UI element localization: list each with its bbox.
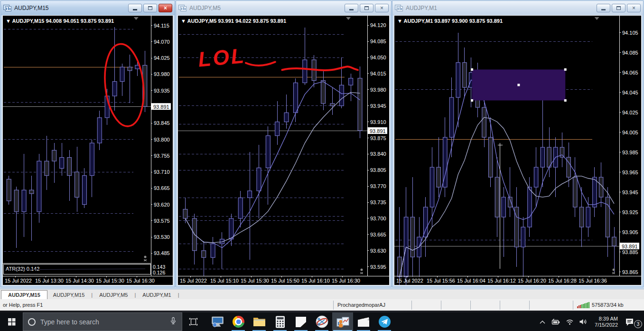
search-input[interactable]: Type here to search [23,312,182,331]
restore-button[interactable] [612,4,625,12]
svg-text:93.925: 93.925 [622,209,638,215]
svg-text:94.065: 94.065 [622,70,638,76]
restore-icon [616,6,621,10]
svg-text:15 Jul 15:56: 15 Jul 15:56 [427,278,455,284]
price-chart-m15[interactable]: 94.11594.07094.02593.98093.93593.84593.8… [3,16,173,285]
lol-marker-text: LOL [197,44,246,71]
taskbar-clock[interactable]: 8:39 AM 7/15/2022 [593,316,620,328]
svg-text:93.891: 93.891 [622,244,638,249]
video-editor-icon[interactable] [353,312,374,331]
tab-audjpy-m5[interactable]: AUDJPY,M5 [93,291,133,299]
mdi-workspace: AUDJPY,M15 × 94.11594.07094.02593.98093.… [0,0,644,289]
svg-text:93.865: 93.865 [622,269,638,275]
svg-text:93.735: 93.735 [370,199,386,205]
microphone-icon[interactable] [169,317,177,327]
svg-text:15 Jul 2022: 15 Jul 2022 [396,278,423,284]
close-icon: × [632,5,635,11]
minimize-button[interactable] [128,4,142,12]
battery-icon[interactable] [551,319,560,325]
windows-logo-icon [8,318,16,326]
restore-button[interactable] [143,4,157,12]
restore-button[interactable] [360,4,373,12]
minimize-button[interactable] [597,4,610,12]
tab-audjpy-m15-2[interactable]: AUDJPY,M15 [47,291,90,299]
connection-status: 575873/34 kb [573,301,644,310]
taskbar: Type here to search [0,312,644,331]
calculator-icon[interactable] [270,312,290,331]
action-center-button[interactable]: 3 [625,318,639,326]
minimize-button[interactable] [345,4,358,12]
svg-text:93.875: 93.875 [370,135,386,141]
svg-text:93.755: 93.755 [154,153,170,159]
status-section [470,301,500,310]
svg-text:94.005: 94.005 [622,130,638,135]
svg-text:15 Jul 15:10: 15 Jul 15:10 [210,278,239,284]
svg-text:93.485: 93.485 [154,250,170,256]
svg-text:0.126: 0.126 [153,270,165,275]
wifi-icon[interactable] [566,319,574,325]
chart-area-m1[interactable]: 94.10594.08594.06594.04594.02594.00593.9… [394,15,642,285]
traffic-counter: 575873/34 kb [592,302,624,308]
svg-text:94.045: 94.045 [622,90,638,95]
telegram-icon[interactable] [374,312,395,331]
minimize-icon [601,9,606,10]
notepad-icon[interactable] [290,312,311,331]
window-title: AUDJPY,M1 [406,5,594,11]
price-chart-m5[interactable]: LOL94.12094.08594.05094.01593.98093.9459… [178,16,389,285]
close-button[interactable]: × [627,4,641,12]
svg-text:0.143: 0.143 [153,264,165,270]
svg-text:15 Jul 2022: 15 Jul 2022 [180,278,207,284]
svg-text:94.025: 94.025 [154,55,170,61]
svg-text:ATR(32) 0.142: ATR(32) 0.142 [6,266,39,272]
volume-icon[interactable] [579,318,588,325]
price-chart-m1[interactable]: 94.10594.08594.06594.04594.02594.00593.9… [394,16,641,285]
tab-audjpy-m15-1[interactable]: AUDJPY,M15 [1,290,47,299]
svg-text:15 Jul 16:30: 15 Jul 16:30 [126,278,155,284]
close-icon: × [380,5,383,11]
status-section [529,301,573,310]
svg-text:15 Jul 16:12: 15 Jul 16:12 [487,278,516,284]
desktop: AUDJPY,M15 × 94.11594.07094.02593.98093.… [0,0,644,331]
svg-text:▼ AUDJPY,M5 93.991 94.022 93.: ▼ AUDJPY,M5 93.991 94.022 93.875 93.891 [181,18,286,24]
svg-text:94.085: 94.085 [370,38,386,44]
chart-area-m5[interactable]: LOL94.12094.08594.05094.01593.98093.9459… [177,15,390,285]
hidden-icons-chevron[interactable] [539,320,546,324]
chart-window-icon [3,5,11,11]
window-titlebar[interactable]: AUDJPY,M1 × [392,1,643,15]
chart-window-audjpy-m15[interactable]: AUDJPY,M15 × 94.11594.07094.02593.98093.… [0,0,175,287]
connection-bars-icon [577,302,589,308]
svg-text:93.891: 93.891 [370,128,386,134]
svg-text:15 Jul 16:04: 15 Jul 16:04 [457,278,485,284]
status-section [500,301,529,310]
tab-separator: | [133,291,137,299]
pinned-apps [207,312,395,331]
svg-text:93.845: 93.845 [154,120,170,126]
chart-area-m15[interactable]: 94.11594.07094.02593.98093.93593.84593.8… [2,15,173,285]
svg-text:93.770: 93.770 [370,183,386,189]
svg-text:15 Jul 16:20: 15 Jul 16:20 [518,278,546,284]
window-titlebar[interactable]: AUDJPY,M5 × [176,1,391,15]
file-explorer-icon[interactable] [249,312,270,331]
close-button[interactable]: × [159,4,172,12]
window-titlebar[interactable]: AUDJPY,M15 × [1,1,175,15]
svg-text:15 Jul 15:30: 15 Jul 15:30 [241,278,269,284]
chart-window-audjpy-m1[interactable]: AUDJPY,M1 × 94.10594.08594.06594.04594.0… [392,0,644,287]
task-view-icon [189,317,198,326]
svg-text:▼ AUDJPY,M1 93.897 93.900 93.: ▼ AUDJPY,M1 93.897 93.900 93.875 93.891 [397,18,503,24]
clock-date: 7/15/2022 [595,322,618,328]
chart-window-audjpy-m5[interactable]: AUDJPY,M5 × LOL94.12094.08594.05094.0159… [176,0,392,287]
my-computer-icon[interactable] [207,312,228,331]
svg-text:94.115: 94.115 [154,23,169,28]
clock-time: 8:39 AM [595,316,618,322]
svg-text:93.800: 93.800 [154,137,170,142]
start-button[interactable] [0,312,23,331]
svg-text:94.105: 94.105 [622,30,638,36]
metatrader-icon[interactable] [332,312,353,331]
chrome-icon[interactable] [228,312,249,331]
svg-text:93.530: 93.530 [154,234,170,240]
snipping-tool-icon[interactable] [311,312,332,331]
task-view-button[interactable] [182,312,204,331]
svg-text:93.945: 93.945 [370,103,386,109]
close-button[interactable]: × [375,4,389,12]
tab-audjpy-m1[interactable]: AUDJPY,M1 [137,291,177,299]
